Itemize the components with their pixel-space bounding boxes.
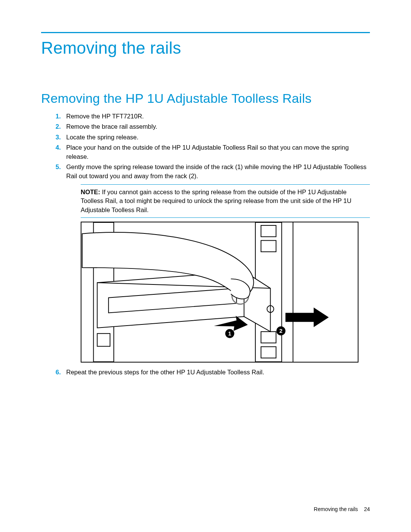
step-number: 1. bbox=[56, 112, 66, 121]
step-2: 2. Remove the brace rail assembly. bbox=[56, 122, 370, 131]
rail-removal-illustration: 1 2 bbox=[81, 222, 358, 362]
svg-rect-5 bbox=[261, 332, 276, 343]
step-text: Gently move the spring release toward th… bbox=[66, 163, 370, 181]
step-text: Remove the HP TFT7210R. bbox=[66, 112, 370, 121]
footer-section: Removing the rails bbox=[314, 506, 358, 512]
footer-page-number: 24 bbox=[364, 506, 370, 512]
step-4: 4. Place your hand on the outside of the… bbox=[56, 143, 370, 161]
page-footer: Removing the rails 24 bbox=[314, 506, 370, 512]
callout-1: 1 bbox=[228, 331, 231, 337]
step-6: 6. Repeat the previous steps for the oth… bbox=[56, 368, 370, 377]
technical-figure: 1 2 bbox=[81, 222, 358, 363]
step-text: Locate the spring release. bbox=[66, 133, 370, 142]
top-rule bbox=[41, 32, 370, 33]
note-label: NOTE: bbox=[81, 189, 100, 195]
step-5: 5. Gently move the spring release toward… bbox=[56, 163, 370, 181]
note-text: If you cannot gain access to the spring … bbox=[81, 189, 351, 213]
page-title-h1: Removing the rails bbox=[41, 38, 370, 58]
step-number: 2. bbox=[56, 122, 66, 131]
step-text: Place your hand on the outside of the HP… bbox=[66, 143, 370, 161]
step-number: 4. bbox=[56, 143, 66, 161]
step-text: Repeat the previous steps for the other … bbox=[66, 368, 370, 377]
svg-rect-1 bbox=[97, 334, 110, 347]
ordered-steps: 1. Remove the HP TFT7210R. 2. Remove the… bbox=[56, 112, 370, 377]
step-number: 6. bbox=[56, 368, 66, 377]
callout-2: 2 bbox=[279, 328, 282, 334]
step-number: 5. bbox=[56, 163, 66, 181]
step-3: 3. Locate the spring release. bbox=[56, 133, 370, 142]
svg-rect-6 bbox=[261, 347, 276, 358]
step-1: 1. Remove the HP TFT7210R. bbox=[56, 112, 370, 121]
svg-rect-4 bbox=[261, 241, 276, 252]
svg-rect-3 bbox=[261, 225, 276, 237]
svg-marker-16 bbox=[285, 308, 329, 327]
step-text: Remove the brace rail assembly. bbox=[66, 122, 370, 131]
note-block: NOTE: If you cannot gain access to the s… bbox=[81, 184, 370, 218]
section-title-h2: Removing the HP 1U Adjustable Toolless R… bbox=[41, 91, 370, 106]
page-content: Removing the rails Removing the HP 1U Ad… bbox=[0, 0, 411, 401]
step-number: 3. bbox=[56, 133, 66, 142]
